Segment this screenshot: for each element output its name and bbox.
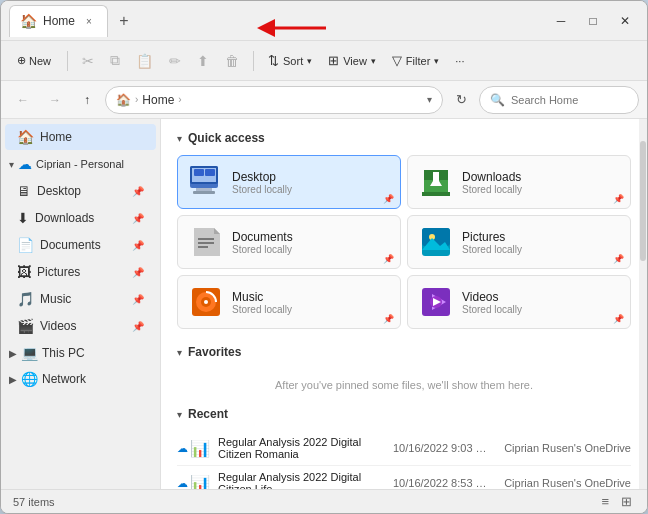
up-button[interactable]: ↑	[73, 86, 101, 114]
sidebar-music-label: Music	[40, 292, 126, 306]
view-button[interactable]: ⊞ View ▾	[322, 46, 382, 76]
rename-button[interactable]: ✏	[163, 46, 187, 76]
qa-downloads[interactable]: Downloads Stored locally 📌	[407, 155, 631, 209]
qa-documents-icon	[188, 224, 224, 260]
active-tab[interactable]: 🏠 Home ×	[9, 5, 108, 37]
sidebar-item-home[interactable]: 🏠 Home	[5, 124, 156, 150]
recent-icons-0: ☁ 📊	[177, 439, 210, 458]
qa-videos[interactable]: Videos Stored locally 📌	[407, 275, 631, 329]
close-button[interactable]: ✕	[611, 7, 639, 35]
toolbar-sep-2	[253, 51, 254, 71]
delete-button[interactable]: 🗑	[219, 46, 245, 76]
add-tab-button[interactable]: +	[110, 7, 138, 35]
qa-pictures-sub: Stored locally	[462, 244, 620, 255]
forward-icon: →	[49, 93, 61, 107]
status-items-count: 57 items	[13, 496, 55, 508]
recent-date-0: 10/16/2022 9:03 …	[393, 442, 493, 454]
share-button[interactable]: ⬆	[191, 46, 215, 76]
qa-desktop-info: Desktop Stored locally	[232, 170, 390, 195]
scrollbar-track[interactable]	[639, 119, 647, 489]
sidebar-item-documents[interactable]: 📄 Documents 📌	[5, 232, 156, 258]
new-button[interactable]: ⊕ New	[9, 46, 59, 76]
sidebar-documents-label: Documents	[40, 238, 126, 252]
sort-button[interactable]: ⇅ Sort ▾	[262, 46, 318, 76]
status-bar: 57 items ≡ ⊞	[1, 489, 647, 513]
qa-pictures[interactable]: Pictures Stored locally 📌	[407, 215, 631, 269]
qa-desktop[interactable]: Desktop Stored locally 📌	[177, 155, 401, 209]
search-box[interactable]: 🔍	[479, 86, 639, 114]
cut-icon: ✂	[82, 53, 94, 69]
sidebar-expand-network[interactable]: ▶ 🌐 Network	[1, 366, 160, 392]
refresh-button[interactable]: ↻	[447, 86, 475, 114]
paste-button[interactable]: 📋	[130, 46, 159, 76]
more-icon: ···	[455, 55, 464, 67]
sidebar-desktop-label: Desktop	[37, 184, 126, 198]
qa-desktop-sub: Stored locally	[232, 184, 390, 195]
sidebar-downloads-label: Downloads	[35, 211, 126, 225]
sidebar-pictures-label: Pictures	[37, 265, 126, 279]
documents-sidebar-icon: 📄	[17, 237, 34, 253]
filter-icon: ▽	[392, 53, 402, 68]
cloud-icon-0: ☁	[177, 442, 188, 455]
network-icon: 🌐	[21, 371, 38, 387]
recent-list: ☁ 📊 Regular Analysis 2022 Digital Citize…	[177, 431, 631, 489]
sidebar-item-downloads[interactable]: ⬇ Downloads 📌	[5, 205, 156, 231]
recent-header: ▾ Recent	[177, 407, 631, 421]
qa-music-pin: 📌	[383, 314, 394, 324]
list-view-button[interactable]: ≡	[598, 494, 612, 509]
scrollbar-thumb[interactable]	[640, 141, 646, 261]
qa-music[interactable]: Music Stored locally 📌	[177, 275, 401, 329]
new-label: New	[29, 55, 51, 67]
minimize-button[interactable]: ─	[547, 7, 575, 35]
qa-music-name: Music	[232, 290, 390, 304]
sidebar-item-desktop[interactable]: 🖥 Desktop 📌	[5, 178, 156, 204]
sidebar-item-music[interactable]: 🎵 Music 📌	[5, 286, 156, 312]
tab-home-icon: 🏠	[20, 13, 37, 29]
forward-button[interactable]: →	[41, 86, 69, 114]
filter-label: Filter	[406, 55, 430, 67]
more-button[interactable]: ···	[449, 46, 470, 76]
toolbar: ⊕ New ✂ ⧉ 📋 ✏ ⬆ 🗑 ⇅ Sort ▾ ⊞ View	[1, 41, 647, 81]
back-icon: ←	[17, 93, 29, 107]
favorites-header: ▾ Favorites	[177, 345, 631, 359]
search-input[interactable]	[511, 94, 621, 106]
sidebar-expand-ciprian[interactable]: ▾ ☁ Ciprian - Personal	[1, 151, 160, 177]
share-icon: ⬆	[197, 53, 209, 69]
fav-collapse-arrow[interactable]: ▾	[177, 347, 182, 358]
qa-videos-sub: Stored locally	[462, 304, 620, 315]
qa-pictures-name: Pictures	[462, 230, 620, 244]
sidebar-expand-thispc[interactable]: ▶ 💻 This PC	[1, 340, 160, 366]
filter-button[interactable]: ▽ Filter ▾	[386, 46, 445, 76]
music-pin-icon: 📌	[132, 294, 144, 305]
qa-pictures-icon	[418, 224, 454, 260]
recent-collapse-arrow[interactable]: ▾	[177, 409, 182, 420]
tab-close-button[interactable]: ×	[81, 13, 97, 29]
excel-icon-1: 📊	[190, 474, 210, 490]
breadcrumb-dropdown[interactable]: ▾	[427, 94, 432, 105]
cut-button[interactable]: ✂	[76, 46, 100, 76]
qa-documents-name: Documents	[232, 230, 390, 244]
qa-documents[interactable]: Documents Stored locally 📌	[177, 215, 401, 269]
sidebar-videos-label: Videos	[40, 319, 126, 333]
downloads-sidebar-icon: ⬇	[17, 210, 29, 226]
svg-rect-4	[196, 188, 212, 191]
qa-collapse-arrow[interactable]: ▾	[177, 133, 182, 144]
recent-item-1[interactable]: ☁ 📊 Regular Analysis 2022 Digital Citize…	[177, 466, 631, 489]
breadcrumb[interactable]: 🏠 › Home › ▾	[105, 86, 443, 114]
sidebar-item-videos[interactable]: 🎬 Videos 📌	[5, 313, 156, 339]
view-label: View	[343, 55, 367, 67]
sidebar-item-pictures[interactable]: 🖼 Pictures 📌	[5, 259, 156, 285]
pictures-pin-icon: 📌	[132, 267, 144, 278]
recent-item-0[interactable]: ☁ 📊 Regular Analysis 2022 Digital Citize…	[177, 431, 631, 466]
copy-button[interactable]: ⧉	[104, 46, 126, 76]
home-sidebar-icon: 🏠	[17, 129, 34, 145]
favorites-title: Favorites	[188, 345, 241, 359]
paste-icon: 📋	[136, 53, 153, 69]
maximize-button[interactable]: □	[579, 7, 607, 35]
thispc-expand-arrow: ▶	[9, 348, 17, 359]
delete-icon: 🗑	[225, 53, 239, 69]
svg-rect-12	[198, 242, 214, 244]
grid-view-button[interactable]: ⊞	[618, 494, 635, 509]
back-button[interactable]: ←	[9, 86, 37, 114]
status-view-controls: ≡ ⊞	[598, 494, 635, 509]
